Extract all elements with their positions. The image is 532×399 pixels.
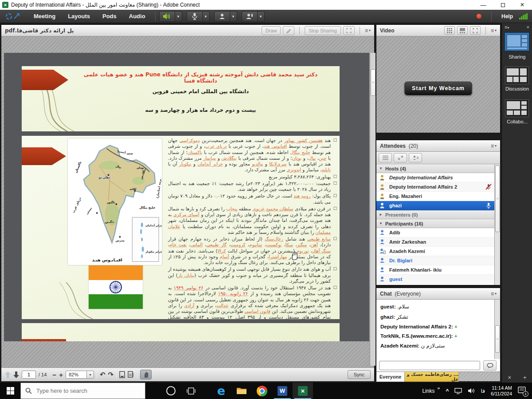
links-toolbar[interactable]: Links» xyxy=(422,388,440,394)
chat-tab-private[interactable]: ... رضای‌فاطمه جسک و عل xyxy=(405,372,459,382)
start-webcam-button[interactable]: Start My Webcam xyxy=(404,82,472,95)
overflow-icon[interactable]: » xyxy=(437,385,440,391)
attendee-list-view-button[interactable] xyxy=(379,153,392,162)
zoom-dropdown[interactable]: ▾ xyxy=(87,371,94,379)
stop-sharing-button[interactable]: Stop Sharing xyxy=(305,26,341,35)
start-button[interactable] xyxy=(0,383,20,399)
fit-width-icon[interactable] xyxy=(128,371,134,378)
zoom-out-icon[interactable]: − xyxy=(52,371,56,379)
filmstrip-view-button[interactable] xyxy=(457,26,468,35)
layout-label-sharing[interactable]: Sharing xyxy=(502,54,532,59)
raise-hand-button[interactable] xyxy=(242,11,258,22)
taskbar-clock[interactable]: 11:14 AM 6/11/2024 xyxy=(491,385,512,397)
zoom-in-icon[interactable]: + xyxy=(59,371,63,379)
attendee-row[interactable]: Eng. Mazaheri xyxy=(376,192,494,201)
chrome-button[interactable] xyxy=(252,383,272,399)
chat-tab-everyone[interactable]: Everyone xyxy=(376,372,405,382)
help-link[interactable]: Help xyxy=(501,13,513,20)
presenters-section-header[interactable]: ► Presenters (0) xyxy=(376,210,494,219)
fit-page-icon[interactable] xyxy=(119,371,125,378)
attendees-pod-menu-button[interactable]: ≡▾ xyxy=(491,143,497,149)
document-scrollbar[interactable]: ≡ xyxy=(370,53,376,366)
connection-signal-icon[interactable] xyxy=(519,13,528,20)
speaker-dropdown[interactable]: ▾ xyxy=(175,11,182,22)
attendee-row[interactable]: Amir Zarkeshan xyxy=(376,237,494,247)
next-page-icon[interactable] xyxy=(13,371,19,378)
menu-meeting[interactable]: Meeting xyxy=(27,13,62,20)
previous-page-icon[interactable] xyxy=(5,371,11,378)
rail-add-layout-icon[interactable]: + xyxy=(523,374,527,381)
attendees-scrollbar-thumb[interactable]: ≡ xyxy=(495,166,500,232)
fullscreen-button[interactable] xyxy=(343,26,355,35)
edge-button[interactable]: e xyxy=(211,383,231,399)
menu-audio[interactable]: Audio xyxy=(123,13,152,20)
webcam-dropdown[interactable]: ▾ xyxy=(230,11,237,22)
attendee-row[interactable]: Fatemeh Khanlari- ikiu xyxy=(376,265,494,275)
cortana-icon xyxy=(166,386,176,395)
webcam-button[interactable] xyxy=(214,11,230,22)
participant-icon xyxy=(379,229,386,236)
status-dropdown[interactable]: ▾ xyxy=(258,11,265,22)
action-center-button[interactable]: 1 xyxy=(518,387,526,395)
draw-button[interactable]: Draw xyxy=(262,26,281,35)
chat-scrollbar-thumb[interactable]: ≡ xyxy=(495,325,500,353)
microphone-button[interactable] xyxy=(187,11,203,22)
attendee-row[interactable]: Deputy International Affairs 2 xyxy=(376,182,494,192)
speaker-button[interactable] xyxy=(159,11,175,22)
grid-view-button[interactable] xyxy=(444,26,455,35)
word-button[interactable]: W xyxy=(272,383,293,399)
search-input[interactable] xyxy=(36,387,134,394)
chat-input[interactable] xyxy=(379,361,480,370)
sync-button[interactable]: Sync xyxy=(348,370,371,379)
attendee-row[interactable]: Deputy International Affairs xyxy=(376,173,494,182)
task-view-button[interactable] xyxy=(181,383,201,399)
attendee-row-selected[interactable]: ghazi xyxy=(376,201,494,210)
video-fullscreen-button[interactable] xyxy=(470,26,481,35)
page-number-input[interactable] xyxy=(22,371,36,379)
share-pod-menu-button[interactable]: ≡▾ xyxy=(365,28,371,34)
taskbar-search[interactable] xyxy=(20,383,145,399)
rotate-left-icon[interactable]: ↶ xyxy=(100,371,106,379)
attendee-row[interactable]: Adib xyxy=(376,228,494,237)
pointer-button[interactable] xyxy=(283,26,294,35)
chat-send-button[interactable] xyxy=(483,360,497,371)
rail-close-button[interactable]: × xyxy=(527,24,529,30)
layout-label-collaboration[interactable]: Collabo... xyxy=(502,119,532,124)
minimize-button[interactable]: — xyxy=(473,0,493,10)
video-pod-menu-button[interactable]: ≡▾ xyxy=(491,28,497,34)
document-scrollbar-thumb[interactable]: ≡ xyxy=(371,69,376,96)
attendee-status-view-button[interactable] xyxy=(409,153,422,162)
cortana-button[interactable] xyxy=(160,383,181,399)
tray-chevron-icon[interactable]: ^ xyxy=(446,388,449,394)
layout-thumb-sharing[interactable] xyxy=(505,33,529,51)
rotate-right-icon[interactable]: ↷ xyxy=(108,371,113,379)
rail-menu-button[interactable]: ≡▾ xyxy=(505,24,509,30)
participants-section-header[interactable]: ▼ Participants (16) xyxy=(376,219,494,228)
volume-icon[interactable] xyxy=(468,388,475,394)
close-button[interactable]: × xyxy=(512,0,532,10)
notification-badge: 1 xyxy=(523,391,528,397)
maximize-button[interactable] xyxy=(493,0,512,10)
breakout-view-button[interactable] xyxy=(394,153,407,162)
maximize-icon xyxy=(501,3,505,7)
layout-thumb-collaboration[interactable] xyxy=(505,99,529,117)
layout-thumb-discussion[interactable] xyxy=(505,67,529,84)
rail-close-pod-icon[interactable]: × xyxy=(508,374,511,381)
layout-label-discussion[interactable]: Discussion xyxy=(502,86,532,91)
attendees-scrollbar[interactable]: ≡ xyxy=(494,164,500,285)
zoom-level-value[interactable]: 82% xyxy=(66,371,87,379)
attendee-row[interactable]: Dr. Biglari xyxy=(376,256,494,265)
chat-scrollbar[interactable]: ≡ xyxy=(494,300,500,359)
attendee-row[interactable]: Azadeh Kazemi xyxy=(376,247,494,256)
hosts-section-header[interactable]: ▼ Hosts (4) xyxy=(376,164,494,173)
pan-tool-button[interactable] xyxy=(140,370,152,379)
chat-pod-menu-button[interactable]: ≡▾ xyxy=(491,291,497,297)
keyboard-language-indicator[interactable]: فا xyxy=(481,388,485,394)
attendee-row[interactable]: guest xyxy=(376,275,494,284)
file-explorer-button[interactable] xyxy=(231,383,252,399)
network-icon[interactable] xyxy=(454,388,462,394)
adobe-connect-taskbar-button[interactable]: × xyxy=(293,383,313,399)
menu-pods[interactable]: Pods xyxy=(96,13,123,20)
microphone-dropdown[interactable]: ▾ xyxy=(203,11,210,22)
menu-layouts[interactable]: Layouts xyxy=(62,13,96,20)
